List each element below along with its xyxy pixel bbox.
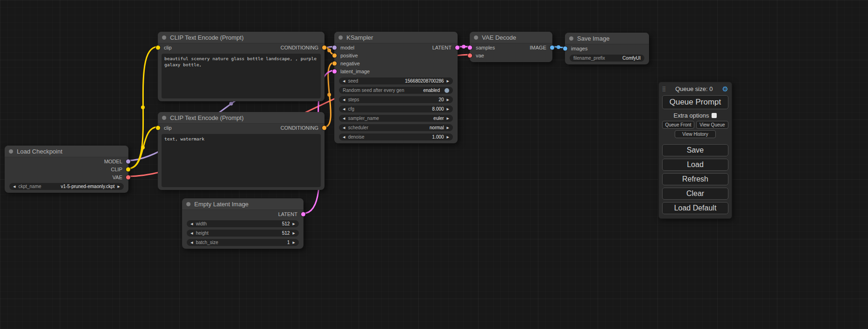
queue-size-label: Queue size: 0 [666, 85, 722, 92]
decrement-arrow-icon[interactable]: ◀ [191, 231, 193, 235]
port-row: positive [334, 51, 458, 59]
output-port-conditioning[interactable] [322, 45, 326, 49]
link-midpoint-dot [557, 45, 560, 49]
input-port-clip[interactable] [156, 45, 160, 49]
collapse-dot-icon[interactable] [9, 149, 13, 154]
input-port-negative[interactable] [332, 61, 337, 65]
widget-filename-prefix[interactable]: filename_prefix ComfyUI [570, 55, 644, 62]
increment-arrow-icon[interactable]: ▶ [447, 98, 449, 101]
node-vae-decode[interactable]: VAE Decode samples IMAGE vae [470, 32, 552, 62]
node-title-bar[interactable]: CLIP Text Encode (Prompt) [158, 32, 325, 43]
widget-width[interactable]: ◀ width 512 ▶ [187, 220, 299, 227]
increment-arrow-icon[interactable]: ▶ [447, 135, 449, 139]
widget-label: ckpt_name [18, 184, 41, 189]
queue-prompt-button[interactable]: Queue Prompt [662, 95, 728, 109]
widget-label: cfg [348, 106, 354, 112]
widget-height[interactable]: ◀ height 512 ▶ [187, 230, 299, 237]
port-row: samples IMAGE [470, 43, 552, 51]
output-port-latent[interactable] [455, 45, 459, 49]
decrement-arrow-icon[interactable]: ◀ [343, 117, 345, 120]
node-clip-text-encode-negative[interactable]: CLIP Text Encode (Prompt) clip CONDITION… [158, 112, 325, 190]
toggle-icon[interactable] [445, 88, 449, 93]
collapse-dot-icon[interactable] [339, 35, 343, 40]
widget-random-seed-toggle[interactable]: Random seed after every gen enabled [339, 87, 453, 94]
load-default-button[interactable]: Load Default [662, 202, 728, 214]
output-port-model[interactable] [126, 159, 130, 163]
node-title-bar[interactable]: KSampler [334, 32, 458, 43]
increment-arrow-icon[interactable]: ▶ [447, 126, 449, 129]
widget-ckpt-name[interactable]: ◀ ckpt_name v1-5-pruned-emaonly.ckpt ▶ [9, 183, 124, 190]
increment-arrow-icon[interactable]: ▶ [447, 107, 449, 111]
refresh-button[interactable]: Refresh [662, 173, 728, 185]
decrement-arrow-icon[interactable]: ◀ [343, 135, 345, 139]
node-title-bar[interactable]: Save Image [565, 33, 649, 44]
input-port-positive[interactable] [332, 53, 337, 57]
node-load-checkpoint[interactable]: Load Checkpoint MODEL CLIP VAE ◀ ckpt_na… [5, 146, 128, 193]
queue-menu-panel: ⣿ Queue size: 0 ⚙ Queue Prompt Extra opt… [658, 82, 732, 219]
node-title-bar[interactable]: CLIP Text Encode (Prompt) [158, 112, 325, 124]
input-port-latent-image[interactable] [332, 69, 337, 73]
collapse-dot-icon[interactable] [186, 202, 191, 206]
collapse-dot-icon[interactable] [162, 116, 166, 120]
decrement-arrow-icon[interactable]: ◀ [343, 98, 345, 101]
output-port-clip[interactable] [126, 167, 130, 171]
input-port-images[interactable] [563, 46, 567, 50]
decrement-arrow-icon[interactable]: ◀ [343, 126, 345, 129]
collapse-dot-icon[interactable] [474, 35, 478, 40]
decrement-arrow-icon[interactable]: ◀ [191, 241, 193, 244]
input-label-images: images [571, 46, 587, 51]
node-ksampler[interactable]: KSampler model LATENT positive negative … [334, 32, 458, 143]
node-save-image[interactable]: Save Image images filename_prefix ComfyU… [565, 33, 649, 64]
increment-arrow-icon[interactable]: ▶ [293, 231, 295, 235]
view-queue-button[interactable]: View Queue [696, 121, 728, 129]
input-port-model[interactable] [332, 45, 337, 49]
decrement-arrow-icon[interactable]: ◀ [191, 222, 193, 225]
link-midpoint-dot [462, 45, 466, 49]
output-label-image: IMAGE [530, 45, 546, 50]
node-clip-text-encode-positive[interactable]: CLIP Text Encode (Prompt) clip CONDITION… [158, 32, 325, 101]
output-port-image[interactable] [550, 45, 554, 49]
decrement-arrow-icon[interactable]: ◀ [343, 79, 345, 83]
widget-scheduler[interactable]: ◀ scheduler normal ▶ [339, 124, 453, 131]
node-title-bar[interactable]: Load Checkpoint [5, 146, 128, 157]
output-label-vae: VAE [113, 175, 122, 180]
widget-batch-size[interactable]: ◀ batch_size 1 ▶ [187, 239, 299, 246]
load-button[interactable]: Load [662, 159, 728, 171]
input-port-samples[interactable] [468, 45, 472, 49]
output-port-latent[interactable] [301, 212, 305, 216]
output-port-vae[interactable] [126, 175, 130, 179]
output-port-conditioning[interactable] [322, 126, 326, 130]
widget-label: batch_size [196, 240, 218, 245]
widget-seed[interactable]: ◀ seed 156680208700286 ▶ [339, 77, 453, 84]
prompt-textarea[interactable]: beautiful scenery nature glass bottle la… [162, 54, 321, 98]
clear-button[interactable]: Clear [662, 188, 728, 200]
node-title-bar[interactable]: VAE Decode [470, 32, 552, 43]
save-button[interactable]: Save [662, 144, 728, 156]
prompt-textarea[interactable]: text, watermark [162, 134, 321, 187]
gear-icon[interactable]: ⚙ [722, 85, 728, 92]
view-history-button[interactable]: View History [675, 130, 716, 138]
increment-arrow-icon[interactable]: ▶ [293, 222, 295, 225]
widget-sampler-name[interactable]: ◀ sampler_name euler ▶ [339, 115, 453, 122]
extra-options-checkbox[interactable] [712, 113, 717, 118]
widget-steps[interactable]: ◀ steps 20 ▶ [339, 96, 453, 103]
input-port-clip[interactable] [156, 126, 160, 130]
input-port-vae[interactable] [468, 53, 472, 57]
decrement-arrow-icon[interactable]: ◀ [13, 185, 15, 188]
increment-arrow-icon[interactable]: ▶ [447, 79, 449, 83]
collapse-dot-icon[interactable] [569, 36, 573, 41]
increment-arrow-icon[interactable]: ▶ [118, 185, 120, 188]
collapse-dot-icon[interactable] [162, 35, 166, 40]
decrement-arrow-icon[interactable]: ◀ [343, 107, 345, 111]
port-row: model LATENT [334, 43, 458, 51]
node-empty-latent-image[interactable]: Empty Latent Image LATENT ◀ width 512 ▶ … [182, 198, 303, 249]
queue-front-button[interactable]: Queue Front [662, 121, 694, 129]
node-title-bar[interactable]: Empty Latent Image [182, 198, 303, 210]
graph-canvas[interactable]: Load Checkpoint MODEL CLIP VAE ◀ ckpt_na… [0, 0, 868, 329]
link-midpoint-dot [141, 146, 145, 149]
widget-denoise[interactable]: ◀ denoise 1.000 ▶ [339, 133, 453, 140]
increment-arrow-icon[interactable]: ▶ [293, 241, 295, 244]
increment-arrow-icon[interactable]: ▶ [447, 117, 449, 120]
drag-handle-icon[interactable]: ⣿ [662, 86, 666, 91]
widget-cfg[interactable]: ◀ cfg 8.000 ▶ [339, 105, 453, 112]
